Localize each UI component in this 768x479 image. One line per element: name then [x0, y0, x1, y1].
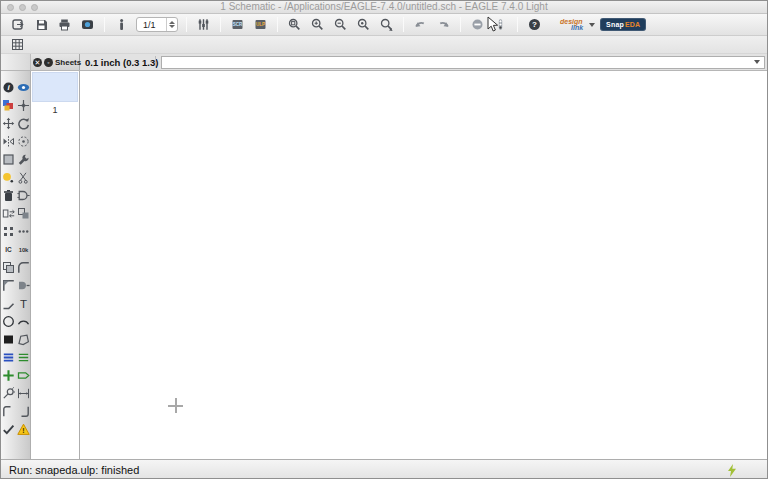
redo-button[interactable] [432, 16, 455, 34]
tool-frame-left[interactable] [1, 402, 15, 420]
title-bar[interactable]: 1 Schematic - /Applications/EAGLE-7.4.0/… [1, 1, 767, 14]
tool-corner[interactable] [1, 276, 15, 294]
tool-rotate[interactable] [16, 114, 30, 132]
close-window-button[interactable] [7, 4, 14, 11]
tool-paint[interactable] [1, 168, 15, 186]
tool-circle[interactable] [1, 312, 15, 330]
tool-split[interactable] [16, 222, 30, 240]
undo-button[interactable] [409, 16, 432, 34]
corner-icon [2, 279, 15, 292]
redo-icon [437, 18, 450, 31]
stepper-down-icon[interactable] [169, 25, 175, 28]
designlink-dropdown-icon[interactable] [589, 23, 595, 27]
svg-text:?: ? [532, 20, 537, 29]
svg-text:ULP: ULP [256, 22, 265, 27]
stepper-up-icon[interactable] [169, 21, 175, 24]
tool-info[interactable]: i [1, 78, 15, 96]
tool-rect[interactable] [1, 330, 15, 348]
grid-settings-button[interactable] [192, 16, 215, 34]
command-row: ✕ ◦ Sheets 0.1 inch (0.3 1.3) [1, 54, 767, 71]
tool-replace[interactable] [16, 204, 30, 222]
use-library-button[interactable] [110, 16, 133, 34]
tool-mark[interactable] [16, 96, 30, 114]
paint-icon [2, 171, 15, 184]
tool-text[interactable]: T [16, 294, 30, 312]
tool-net[interactable] [16, 348, 30, 366]
zoom-redraw-icon [357, 18, 370, 31]
tool-group[interactable] [1, 150, 15, 168]
export-image-button[interactable] [76, 16, 99, 34]
print-button[interactable] [53, 16, 76, 34]
tool-attribute[interactable] [1, 384, 15, 402]
zoom-select-button[interactable] [375, 16, 398, 34]
zoom-in-button[interactable] [306, 16, 329, 34]
eagle-window: 1 Schematic - /Applications/EAGLE-7.4.0/… [0, 0, 768, 479]
sheet-spinner-stepper[interactable] [166, 18, 177, 31]
grid-icon [11, 38, 24, 51]
tool-change[interactable] [16, 150, 30, 168]
command-input[interactable] [161, 56, 765, 69]
tool-delete[interactable] [1, 186, 15, 204]
tool-smash[interactable] [1, 222, 15, 240]
wire-icon [2, 297, 15, 310]
tool-move[interactable] [1, 114, 15, 132]
command-combo-arrow-icon[interactable] [754, 60, 760, 64]
cut-icon [17, 171, 30, 184]
move-icon [2, 117, 15, 130]
group-icon [2, 153, 15, 166]
run-ulp-button[interactable]: ULP [249, 16, 272, 34]
open-icon [12, 18, 25, 31]
tool-invoke[interactable] [16, 276, 30, 294]
tool-display[interactable] [1, 96, 15, 114]
sheet-spinner[interactable]: 1/1 [136, 17, 178, 32]
grid-button[interactable] [6, 36, 29, 54]
tool-add-part[interactable] [16, 186, 30, 204]
tool-miter[interactable] [16, 258, 30, 276]
zoom-fit-button[interactable] [283, 16, 306, 34]
tool-name[interactable]: IC [1, 240, 15, 258]
tool-frame-right[interactable] [16, 402, 30, 420]
toolbar-separator [403, 17, 404, 32]
tool-pinswap[interactable] [1, 204, 15, 222]
save-button[interactable] [30, 16, 53, 34]
script-button[interactable]: SCR [226, 16, 249, 34]
main-toolbar: 1/1SCRULP?designlinkSnapEDA [1, 14, 767, 36]
snapeda-button[interactable]: SnapEDA [600, 18, 646, 31]
tool-dimension[interactable] [16, 384, 30, 402]
tool-copy[interactable] [1, 258, 15, 276]
command-separator [155, 56, 156, 68]
open-button[interactable] [7, 16, 30, 34]
zoom-window-button[interactable] [31, 4, 38, 11]
snapeda-label-orange: EDA [625, 21, 640, 28]
tool-arc[interactable] [16, 312, 30, 330]
tool-polygon[interactable] [16, 330, 30, 348]
toolbar-separator [220, 17, 221, 32]
help-button[interactable]: ? [523, 16, 546, 34]
zoom-out-button[interactable] [329, 16, 352, 34]
show-icon [17, 81, 30, 94]
label-icon [17, 369, 30, 382]
sheets-close-button[interactable]: ✕ [33, 58, 42, 67]
zoom-redraw-button[interactable] [352, 16, 375, 34]
minimize-window-button[interactable] [19, 4, 26, 11]
tool-errors[interactable]: ! [16, 420, 30, 438]
designlink-button[interactable]: designlink [560, 19, 600, 31]
tool-label[interactable] [16, 366, 30, 384]
tool-junction[interactable] [1, 366, 15, 384]
coordinate-display: 0.1 inch (0.3 1.3) [80, 54, 154, 70]
sheet-thumbnail-selected[interactable] [32, 72, 78, 102]
schematic-canvas[interactable] [80, 71, 767, 459]
tool-value[interactable]: 10k [16, 240, 30, 258]
tool-erc[interactable] [1, 420, 15, 438]
tool-mirror[interactable] [1, 132, 15, 150]
sheets-float-button[interactable]: ◦ [44, 58, 53, 67]
tool-wire[interactable] [1, 294, 15, 312]
tool-show[interactable] [16, 78, 30, 96]
stop-button[interactable] [466, 16, 489, 34]
tool-bus[interactable] [1, 348, 15, 366]
grid-settings-icon [197, 18, 210, 31]
go-button[interactable] [489, 16, 512, 34]
tool-cut[interactable] [16, 168, 30, 186]
smash-icon [2, 225, 15, 238]
tool-spin[interactable] [16, 132, 30, 150]
